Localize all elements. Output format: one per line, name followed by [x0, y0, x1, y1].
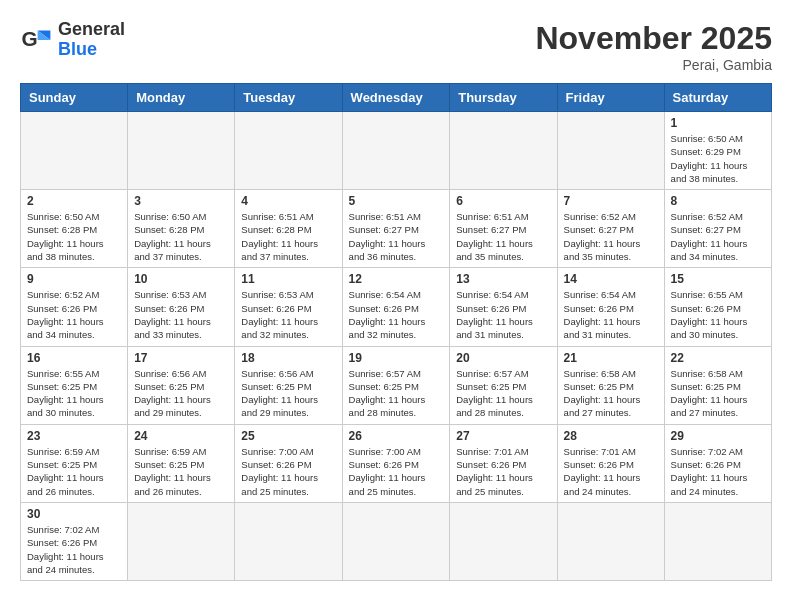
day-number: 3 [134, 194, 228, 208]
calendar-cell-w4-d3: 18Sunrise: 6:56 AMSunset: 6:25 PMDayligh… [235, 346, 342, 424]
calendar-week-1: 1Sunrise: 6:50 AMSunset: 6:29 PMDaylight… [21, 112, 772, 190]
page-header: G GeneralBlue November 2025 Perai, Gambi… [20, 20, 772, 73]
header-saturday: Saturday [664, 84, 771, 112]
calendar-cell-w5-d2: 24Sunrise: 6:59 AMSunset: 6:25 PMDayligh… [128, 424, 235, 502]
day-number: 17 [134, 351, 228, 365]
calendar-cell-w3-d3: 11Sunrise: 6:53 AMSunset: 6:26 PMDayligh… [235, 268, 342, 346]
calendar-cell-w5-d6: 28Sunrise: 7:01 AMSunset: 6:26 PMDayligh… [557, 424, 664, 502]
calendar-cell-w4-d1: 16Sunrise: 6:55 AMSunset: 6:25 PMDayligh… [21, 346, 128, 424]
day-number: 16 [27, 351, 121, 365]
day-number: 9 [27, 272, 121, 286]
day-info: Sunrise: 6:55 AMSunset: 6:26 PMDaylight:… [671, 288, 765, 341]
calendar-cell-w2-d2: 3Sunrise: 6:50 AMSunset: 6:28 PMDaylight… [128, 190, 235, 268]
day-number: 13 [456, 272, 550, 286]
header-thursday: Thursday [450, 84, 557, 112]
header-monday: Monday [128, 84, 235, 112]
day-info: Sunrise: 6:58 AMSunset: 6:25 PMDaylight:… [564, 367, 658, 420]
month-title: November 2025 [535, 20, 772, 57]
calendar-cell-w1-d7: 1Sunrise: 6:50 AMSunset: 6:29 PMDaylight… [664, 112, 771, 190]
day-info: Sunrise: 7:02 AMSunset: 6:26 PMDaylight:… [27, 523, 121, 576]
header-friday: Friday [557, 84, 664, 112]
calendar-cell-w5-d3: 25Sunrise: 7:00 AMSunset: 6:26 PMDayligh… [235, 424, 342, 502]
calendar-week-3: 9Sunrise: 6:52 AMSunset: 6:26 PMDaylight… [21, 268, 772, 346]
day-info: Sunrise: 6:51 AMSunset: 6:27 PMDaylight:… [349, 210, 444, 263]
day-number: 7 [564, 194, 658, 208]
calendar-cell-w6-d2 [128, 502, 235, 580]
day-info: Sunrise: 6:53 AMSunset: 6:26 PMDaylight:… [241, 288, 335, 341]
day-info: Sunrise: 6:55 AMSunset: 6:25 PMDaylight:… [27, 367, 121, 420]
title-block: November 2025 Perai, Gambia [535, 20, 772, 73]
calendar-cell-w1-d3 [235, 112, 342, 190]
day-number: 14 [564, 272, 658, 286]
calendar-cell-w2-d1: 2Sunrise: 6:50 AMSunset: 6:28 PMDaylight… [21, 190, 128, 268]
calendar-cell-w3-d6: 14Sunrise: 6:54 AMSunset: 6:26 PMDayligh… [557, 268, 664, 346]
day-number: 4 [241, 194, 335, 208]
calendar-cell-w2-d3: 4Sunrise: 6:51 AMSunset: 6:28 PMDaylight… [235, 190, 342, 268]
day-info: Sunrise: 7:00 AMSunset: 6:26 PMDaylight:… [241, 445, 335, 498]
day-info: Sunrise: 6:51 AMSunset: 6:27 PMDaylight:… [456, 210, 550, 263]
calendar-cell-w3-d4: 12Sunrise: 6:54 AMSunset: 6:26 PMDayligh… [342, 268, 450, 346]
day-info: Sunrise: 6:52 AMSunset: 6:27 PMDaylight:… [671, 210, 765, 263]
day-number: 8 [671, 194, 765, 208]
logo: G GeneralBlue [20, 20, 125, 60]
calendar-cell-w6-d1: 30Sunrise: 7:02 AMSunset: 6:26 PMDayligh… [21, 502, 128, 580]
calendar-cell-w2-d6: 7Sunrise: 6:52 AMSunset: 6:27 PMDaylight… [557, 190, 664, 268]
day-info: Sunrise: 6:50 AMSunset: 6:28 PMDaylight:… [134, 210, 228, 263]
day-info: Sunrise: 6:54 AMSunset: 6:26 PMDaylight:… [564, 288, 658, 341]
day-info: Sunrise: 7:00 AMSunset: 6:26 PMDaylight:… [349, 445, 444, 498]
day-number: 21 [564, 351, 658, 365]
calendar-week-4: 16Sunrise: 6:55 AMSunset: 6:25 PMDayligh… [21, 346, 772, 424]
day-number: 5 [349, 194, 444, 208]
calendar-cell-w3-d1: 9Sunrise: 6:52 AMSunset: 6:26 PMDaylight… [21, 268, 128, 346]
day-info: Sunrise: 6:53 AMSunset: 6:26 PMDaylight:… [134, 288, 228, 341]
location: Perai, Gambia [535, 57, 772, 73]
calendar-header-row: Sunday Monday Tuesday Wednesday Thursday… [21, 84, 772, 112]
day-info: Sunrise: 6:54 AMSunset: 6:26 PMDaylight:… [349, 288, 444, 341]
day-number: 29 [671, 429, 765, 443]
calendar-cell-w5-d7: 29Sunrise: 7:02 AMSunset: 6:26 PMDayligh… [664, 424, 771, 502]
calendar-week-6: 30Sunrise: 7:02 AMSunset: 6:26 PMDayligh… [21, 502, 772, 580]
calendar-cell-w1-d5 [450, 112, 557, 190]
calendar-cell-w6-d7 [664, 502, 771, 580]
calendar-cell-w4-d4: 19Sunrise: 6:57 AMSunset: 6:25 PMDayligh… [342, 346, 450, 424]
calendar-cell-w4-d6: 21Sunrise: 6:58 AMSunset: 6:25 PMDayligh… [557, 346, 664, 424]
calendar-cell-w4-d2: 17Sunrise: 6:56 AMSunset: 6:25 PMDayligh… [128, 346, 235, 424]
day-number: 22 [671, 351, 765, 365]
header-sunday: Sunday [21, 84, 128, 112]
header-tuesday: Tuesday [235, 84, 342, 112]
calendar-cell-w1-d1 [21, 112, 128, 190]
calendar-cell-w3-d7: 15Sunrise: 6:55 AMSunset: 6:26 PMDayligh… [664, 268, 771, 346]
calendar-cell-w5-d1: 23Sunrise: 6:59 AMSunset: 6:25 PMDayligh… [21, 424, 128, 502]
day-number: 20 [456, 351, 550, 365]
day-number: 11 [241, 272, 335, 286]
day-number: 30 [27, 507, 121, 521]
day-info: Sunrise: 6:51 AMSunset: 6:28 PMDaylight:… [241, 210, 335, 263]
day-info: Sunrise: 7:02 AMSunset: 6:26 PMDaylight:… [671, 445, 765, 498]
logo-text: GeneralBlue [58, 20, 125, 60]
day-number: 15 [671, 272, 765, 286]
day-info: Sunrise: 6:57 AMSunset: 6:25 PMDaylight:… [456, 367, 550, 420]
day-number: 28 [564, 429, 658, 443]
day-info: Sunrise: 6:52 AMSunset: 6:26 PMDaylight:… [27, 288, 121, 341]
day-number: 26 [349, 429, 444, 443]
calendar-cell-w2-d4: 5Sunrise: 6:51 AMSunset: 6:27 PMDaylight… [342, 190, 450, 268]
day-number: 1 [671, 116, 765, 130]
calendar: Sunday Monday Tuesday Wednesday Thursday… [20, 83, 772, 581]
day-info: Sunrise: 6:50 AMSunset: 6:28 PMDaylight:… [27, 210, 121, 263]
day-info: Sunrise: 6:58 AMSunset: 6:25 PMDaylight:… [671, 367, 765, 420]
day-number: 19 [349, 351, 444, 365]
header-wednesday: Wednesday [342, 84, 450, 112]
day-number: 10 [134, 272, 228, 286]
day-info: Sunrise: 6:59 AMSunset: 6:25 PMDaylight:… [27, 445, 121, 498]
day-info: Sunrise: 6:59 AMSunset: 6:25 PMDaylight:… [134, 445, 228, 498]
calendar-cell-w3-d5: 13Sunrise: 6:54 AMSunset: 6:26 PMDayligh… [450, 268, 557, 346]
calendar-week-5: 23Sunrise: 6:59 AMSunset: 6:25 PMDayligh… [21, 424, 772, 502]
day-number: 2 [27, 194, 121, 208]
calendar-cell-w4-d5: 20Sunrise: 6:57 AMSunset: 6:25 PMDayligh… [450, 346, 557, 424]
calendar-cell-w1-d4 [342, 112, 450, 190]
day-number: 23 [27, 429, 121, 443]
day-info: Sunrise: 7:01 AMSunset: 6:26 PMDaylight:… [564, 445, 658, 498]
calendar-cell-w6-d4 [342, 502, 450, 580]
calendar-cell-w1-d6 [557, 112, 664, 190]
day-number: 25 [241, 429, 335, 443]
